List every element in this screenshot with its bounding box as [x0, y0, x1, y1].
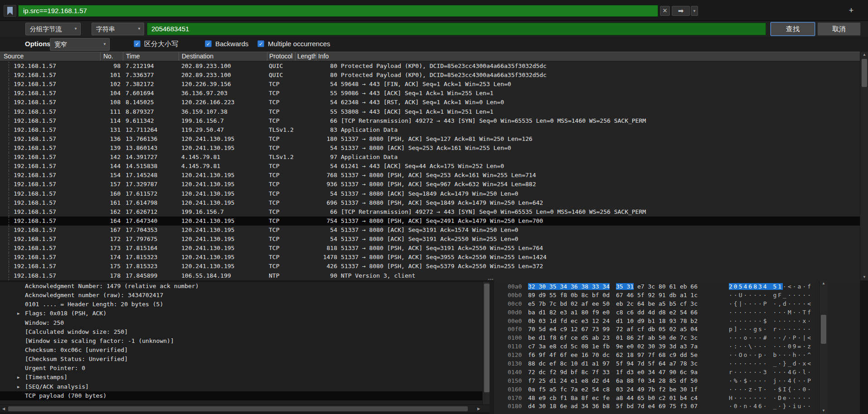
packet-row[interactable]: 192.168.1.5716217.626712199.16.156.7TCP6… [0, 207, 860, 217]
packet-row[interactable]: 192.168.1.5713613.766136120.241.130.195T… [0, 135, 860, 144]
detail-hscroll-thumb[interactable] [8, 406, 468, 411]
packet-row[interactable]: 192.168.1.571118.87932736.159.107.38TCP5… [0, 107, 860, 116]
detail-tree-item[interactable]: Acknowledgment number (raw): 3434702417 [0, 291, 482, 300]
column-header-destination[interactable]: Destination [179, 52, 267, 61]
hex-line[interactable]: 0120f6 9f 4f 6f ee 16 70 dc62 18 97 7f 6… [494, 351, 860, 360]
packet-row[interactable]: 192.168.1.5716717.704353120.241.130.195T… [0, 226, 860, 235]
search-scope-select[interactable]: 分组字节流 ▼ [25, 23, 81, 35]
hex-offset: 00b0 [508, 291, 522, 299]
cell-dest: 120.241.130.195 [181, 235, 234, 244]
pane-splitter[interactable] [490, 280, 494, 414]
cell-info: 51337 → 8080 [PSH, ACK] Seq=2491 Ack=147… [341, 217, 543, 226]
packet-row[interactable]: 192.168.1.571047.60169436.136.97.203TCP5… [0, 89, 860, 98]
hex-line[interactable]: 0150f7 25 d1 24 e1 e8 d2 d46a 88 f0 34 2… [494, 377, 860, 385]
packet-row[interactable]: 192.168.1.5717217.797675120.241.130.195T… [0, 235, 860, 244]
packet-row[interactable]: 192.168.1.5717317.815164120.241.130.195T… [0, 244, 860, 253]
hex-line[interactable]: 00d0ba d1 82 e3 a1 80 f9 e0c8 c6 dd 4d d… [494, 308, 860, 317]
char-width-select[interactable]: 宽窄 ▼ [50, 38, 110, 51]
filter-apply-button[interactable]: ➡ [672, 6, 690, 16]
hex-line[interactable]: 013088 dc ef 8c 10 d1 a1 975f 94 7d 5f 6… [494, 360, 860, 368]
scroll-up-icon[interactable]: ▲ [820, 280, 828, 287]
detail-vscroll-thumb[interactable] [484, 284, 490, 392]
hex-line[interactable]: 00a032 30 35 34 36 38 33 3435 31 e7 3c 8… [494, 283, 860, 291]
scroll-left-icon[interactable]: ◀ [0, 405, 7, 413]
column-header-info[interactable]: Info [316, 52, 860, 61]
detail-tree-item[interactable]: [Calculated window size: 250] [0, 327, 482, 337]
hex-line[interactable]: 0100be d1 f8 6f ce d5 ab 2301 86 2f ab 5… [494, 334, 860, 342]
cell-dest: 106.55.184.199 [181, 271, 231, 280]
packet-row[interactable]: 192.168.1.5715417.145248120.241.130.195T… [0, 171, 860, 180]
packet-row[interactable]: 192.168.1.5714214.3917274.145.79.81TLSv1… [0, 153, 860, 162]
detail-tree-item[interactable]: 0101 .... = Header Length: 20 bytes (5) [0, 300, 482, 309]
detail-tree-item[interactable]: TCP payload (700 bytes) [0, 391, 482, 400]
hex-line[interactable]: 00c0e5 7b 7c bd 02 af ee 50eb 2c 64 be a… [494, 300, 860, 308]
multiple-occurrences-checkbox[interactable]: ✓ [257, 40, 264, 47]
filter-add-button[interactable]: + [846, 6, 857, 16]
detail-tree-item[interactable]: Urgent Pointer: 0 [0, 364, 482, 373]
packet-row[interactable]: 192.168.1.571017.336377202.89.233.100QUI… [0, 71, 860, 80]
multiple-occurrences-label: Multiple occurrences [268, 40, 330, 48]
column-header-protocol[interactable]: Protocol [267, 52, 296, 61]
hex-line[interactable]: 00e00b 03 1d fd ec e3 12 24d1 10 d9 b1 1… [494, 317, 860, 326]
case-sensitive-checkbox[interactable]: ✓ [134, 40, 141, 47]
search-type-select[interactable]: 字符串 ▼ [92, 23, 144, 35]
packet-row[interactable]: 192.168.1.5713112.711264119.29.50.47TLSv… [0, 125, 860, 135]
expand-arrow-icon[interactable]: ▶ [17, 373, 19, 382]
cell-no: 173 [91, 244, 121, 253]
detail-tree-item[interactable]: Acknowledgment Number: 1479 (relative ac… [0, 282, 482, 291]
filter-bookmark-button[interactable] [4, 5, 16, 17]
scroll-down-icon[interactable]: ▼ [820, 408, 828, 414]
scroll-right-icon[interactable]: ▶ [475, 405, 482, 413]
hex-line[interactable]: 00b089 d9 55 f8 0b 8c bf 0d67 46 5f 92 9… [494, 291, 860, 300]
hex-vscrollbar[interactable]: ▲ ▼ [819, 280, 827, 414]
packet-row[interactable]: 192.168.1.5713913.860143120.241.130.195T… [0, 144, 860, 153]
detail-tree-item[interactable]: Window: 250 [0, 318, 482, 327]
column-header-length[interactable]: Length [296, 52, 316, 61]
filter-apply-caret-icon[interactable]: ▼ [691, 6, 698, 16]
packet-row[interactable]: 192.168.1.5716117.614798120.241.130.195T… [0, 198, 860, 207]
packet-list-vscroll-thumb[interactable] [862, 59, 867, 87]
cancel-button[interactable]: 取消 [817, 22, 861, 36]
packet-row[interactable]: 192.168.1.5716017.611572120.241.130.195T… [0, 189, 860, 198]
packet-row[interactable]: 192.168.1.5716417.647340120.241.130.195T… [0, 217, 860, 226]
detail-tree-item[interactable]: [Checksum Status: Unverified] [0, 355, 482, 364]
scroll-down-icon[interactable]: ▼ [860, 274, 868, 280]
hex-line[interactable]: 01600a f5 a5 fc 7a e2 54 c803 24 49 7b f… [494, 385, 860, 394]
packet-row[interactable]: 192.168.1.5717817.845899106.55.184.199NT… [0, 271, 860, 280]
detail-tree-item[interactable]: [Window size scaling factor: -1 (unknown… [0, 337, 482, 346]
packet-row[interactable]: 192.168.1.5714414.5158384.145.79.81TCP54… [0, 162, 860, 171]
packet-list-vscrollbar[interactable]: ▲ ▼ [860, 52, 868, 280]
column-header-time[interactable]: Time [123, 52, 179, 61]
packet-row[interactable]: 192.168.1.5715717.329787120.241.130.195T… [0, 180, 860, 189]
filter-clear-button[interactable]: ✕ [660, 6, 670, 16]
detail-tree-item[interactable]: ▶[SEQ/ACK analysis] [0, 382, 482, 391]
detail-tree-item[interactable]: ▶[Timestamps] [0, 373, 482, 382]
hex-line[interactable]: 017048 e9 cb f1 8a 8f ec fea8 44 65 b0 c… [494, 394, 860, 403]
detail-hscrollbar[interactable]: ◀ ▶ [0, 404, 490, 412]
detail-tree-item[interactable]: ▶Flags: 0x018 (PSH, ACK) [0, 309, 482, 318]
cell-len: 83 [296, 125, 337, 135]
hex-bytes-group1: 89 d9 55 f8 0b 8c bf 0d [528, 291, 610, 299]
hex-line[interactable]: 0110c7 3a e8 cd 5c 08 1e fb9e e0 02 30 3… [494, 342, 860, 351]
packet-row[interactable]: 192.168.1.5717417.815323120.241.130.195T… [0, 253, 860, 262]
packet-row[interactable]: 192.168.1.571027.382172120.226.39.156TCP… [0, 80, 860, 89]
expand-arrow-icon[interactable]: ▶ [17, 382, 19, 391]
hex-line[interactable]: 00f070 5d e4 c9 12 67 73 9972 af cf db 0… [494, 325, 860, 334]
column-header-source[interactable]: Source [0, 52, 101, 61]
packet-row[interactable]: 192.168.1.5717517.815323120.241.130.195T… [0, 262, 860, 271]
search-query-input[interactable]: 2054683451 [147, 23, 766, 35]
packet-row[interactable]: 192.168.1.57987.212194202.89.233.100QUIC… [0, 62, 860, 71]
hex-line[interactable]: 0180d4 30 18 6e ad 34 36 b85f bd 7d e4 6… [494, 402, 860, 411]
hex-line[interactable]: 014072 dc f2 9d bf 8c 7f 331f d3 e0 34 4… [494, 368, 860, 377]
cell-len: 97 [296, 153, 337, 162]
find-button[interactable]: 查找 [771, 22, 815, 36]
hex-vscroll-thumb[interactable] [821, 315, 826, 344]
column-header-no[interactable]: No. [101, 52, 123, 61]
packet-row[interactable]: 192.168.1.571088.145025120.226.166.223TC… [0, 98, 860, 107]
display-filter-input[interactable]: ip.src==192.168.1.57 [18, 5, 658, 17]
expand-arrow-icon[interactable]: ▶ [17, 309, 19, 318]
detail-tree-item[interactable]: Checksum: 0xc06c [unverified] [0, 346, 482, 355]
scroll-up-icon[interactable]: ▲ [860, 52, 868, 58]
packet-row[interactable]: 192.168.1.571149.611342199.16.156.7TCP66… [0, 116, 860, 125]
backwards-checkbox[interactable]: ✓ [205, 40, 212, 47]
